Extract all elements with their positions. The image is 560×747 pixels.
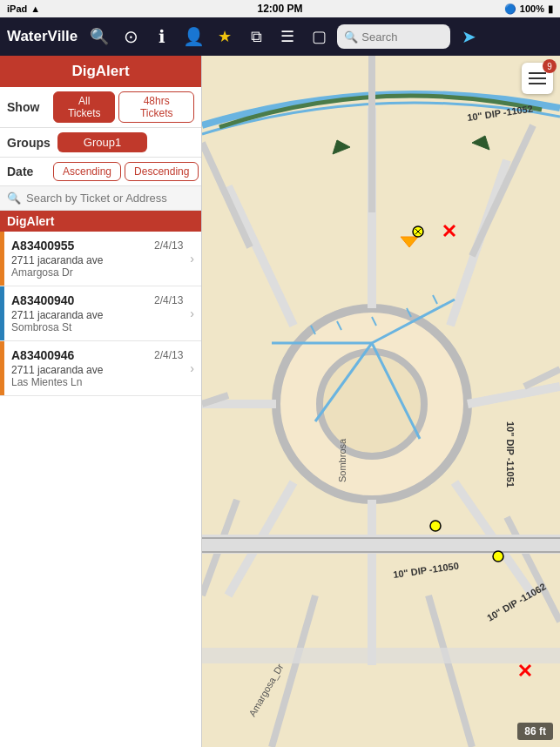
ticket-date: 2/4/13	[154, 349, 183, 361]
ticket-item[interactable]: A83400955 2/4/13 2711 jacaranda ave Amar…	[0, 232, 201, 286]
ticket-id: A83400940	[11, 293, 74, 307]
svg-rect-21	[202, 537, 560, 539]
search-small-icon: 🔍	[344, 30, 358, 44]
ticket-search-bar[interactable]: 🔍	[0, 186, 201, 211]
show-label: Show	[7, 100, 46, 114]
ticket-info: A83400955 2/4/13 2711 jacaranda ave Amar…	[4, 232, 190, 286]
svg-rect-50	[202, 648, 560, 663]
menu-line-1	[529, 72, 546, 74]
show-btn-group: All Tickets 48hrs Tickets	[53, 91, 194, 123]
list-icon-btn[interactable]: ☰	[274, 24, 300, 50]
ticket-id: A83400946	[11, 348, 74, 362]
chevron-icon: ›	[190, 286, 201, 340]
ticket-info: A83400946 2/4/13 2711 jacaranda ave Las …	[4, 341, 190, 395]
ticket-date: 2/4/13	[154, 239, 183, 252]
ticket-item[interactable]: A83400946 2/4/13 2711 jacaranda ave Las …	[0, 341, 201, 396]
ascending-btn[interactable]: Ascending	[53, 162, 121, 181]
ticket-address1: 2711 jacaranda ave	[11, 364, 183, 376]
group1-btn[interactable]: Group1	[57, 132, 147, 152]
ticket-row1: A83400955 2/4/13	[11, 239, 183, 252]
ticket-row1: A83400940 2/4/13	[11, 293, 183, 307]
battery-text: 100%	[520, 3, 544, 14]
nav-bar: WaterVille 🔍 ⊙ ℹ 👤 ★ ⧉ ☰ ▢ 🔍 ➤	[0, 17, 560, 56]
map-svg: 10" DIP -11052 10" DIP -11051 10" DIP -1…	[202, 56, 560, 747]
digalert-header: DigAlert	[0, 56, 201, 87]
ticket-address1: 2711 jacaranda ave	[11, 254, 183, 266]
ticket-item[interactable]: A83400940 2/4/13 2711 jacaranda ave Somb…	[0, 286, 201, 341]
search-input[interactable]	[361, 30, 443, 44]
ticket-address2: Amargosa Dr	[11, 266, 183, 279]
48hrs-tickets-btn[interactable]: 48hrs Tickets	[118, 91, 194, 123]
person-icon-btn[interactable]: 👤	[180, 24, 206, 50]
menu-badge: 9	[543, 59, 557, 73]
bluetooth-icon: 🔵	[504, 3, 516, 15]
carrier-text: iPad	[7, 3, 27, 14]
info-icon-btn[interactable]: ℹ	[149, 24, 175, 50]
status-right: 🔵 100% ▮	[504, 3, 553, 15]
date-filter-row: Date Ascending Descending	[0, 158, 201, 186]
svg-text:Sombrosa: Sombrosa	[337, 438, 347, 482]
top-search-bar[interactable]: 🔍	[337, 24, 450, 49]
ticket-search-input[interactable]	[26, 192, 194, 205]
rect-icon-btn[interactable]: ▢	[306, 24, 332, 50]
main-content: DigAlert Show All Tickets 48hrs Tickets …	[0, 56, 560, 747]
svg-point-40	[493, 551, 503, 562]
svg-rect-22	[202, 551, 560, 553]
svg-point-2	[320, 352, 424, 456]
ticket-row1: A83400946 2/4/13	[11, 348, 183, 362]
location-arrow-icon[interactable]: ➤	[455, 24, 482, 50]
star-icon-btn[interactable]: ★	[212, 24, 238, 50]
ticket-list: A83400955 2/4/13 2711 jacaranda ave Amar…	[0, 232, 201, 747]
app-title: WaterVille	[7, 28, 78, 45]
battery-icon: ▮	[548, 3, 553, 15]
scale-bar: 86 ft	[517, 723, 553, 740]
groups-label: Groups	[7, 136, 51, 150]
status-bar: iPad ▲ 12:00 PM 🔵 100% ▮	[0, 0, 560, 17]
left-panel: DigAlert Show All Tickets 48hrs Tickets …	[0, 56, 202, 747]
ticket-date: 2/4/13	[154, 294, 183, 306]
descending-btn[interactable]: Descending	[125, 162, 199, 181]
svg-text:10" DIP -11051: 10" DIP -11051	[505, 421, 516, 488]
status-time: 12:00 PM	[257, 3, 302, 15]
chevron-icon: ›	[190, 232, 201, 286]
menu-line-3	[529, 83, 546, 84]
stack-icon-btn[interactable]: ⧉	[243, 24, 269, 50]
section-header: DigAlert	[0, 211, 201, 232]
date-label: Date	[7, 165, 46, 178]
wifi-icon: ▲	[30, 3, 40, 14]
ticket-address1: 2711 jacaranda ave	[11, 309, 183, 321]
groups-filter-row: Groups Group1	[0, 128, 201, 158]
ticket-id: A83400955	[11, 239, 74, 252]
layers-icon-btn[interactable]: ⊙	[118, 24, 144, 50]
status-left: iPad ▲	[7, 3, 40, 14]
search-icon-btn[interactable]: 🔍	[86, 24, 112, 50]
chevron-icon: ›	[190, 341, 201, 395]
menu-line-2	[529, 77, 546, 79]
svg-point-41	[430, 521, 441, 531]
search-icon: 🔍	[7, 192, 21, 205]
map-menu-button[interactable]: 9	[522, 63, 553, 94]
ticket-address2: Sombrosa St	[11, 321, 183, 333]
ticket-address2: Las Mientes Ln	[11, 376, 183, 388]
all-tickets-btn[interactable]: All Tickets	[53, 91, 115, 123]
show-filter-row: Show All Tickets 48hrs Tickets	[0, 87, 201, 128]
date-btn-group: Ascending Descending	[53, 162, 199, 181]
map-area[interactable]: 10" DIP -11052 10" DIP -11051 10" DIP -1…	[202, 56, 560, 747]
ticket-info: A83400940 2/4/13 2711 jacaranda ave Somb…	[4, 286, 190, 340]
